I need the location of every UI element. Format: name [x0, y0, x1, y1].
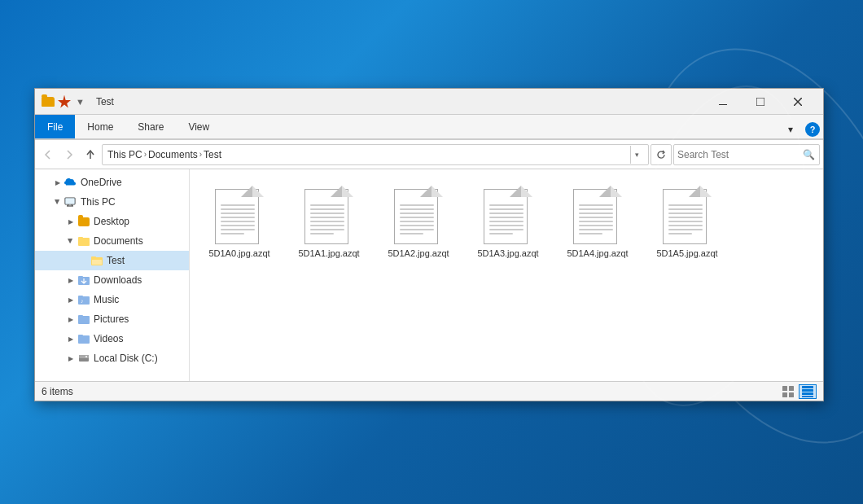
view-list-button[interactable]	[799, 384, 817, 399]
sidebar-item-videos[interactable]: ▶ Videos	[35, 329, 189, 348]
title-bar: ▼ Test	[35, 89, 823, 115]
file-item-2[interactable]: 5D1A2.jpg.azqt	[382, 182, 455, 262]
sidebar-label-desktop: Desktop	[94, 216, 129, 227]
window-title: Test	[96, 96, 704, 107]
sidebar-label-documents: Documents	[94, 235, 143, 247]
sidebar-item-test[interactable]: ▶ Test	[35, 251, 189, 270]
back-button[interactable]	[38, 145, 58, 164]
status-bar: 6 items	[35, 381, 823, 401]
view-grid-button[interactable]	[779, 384, 797, 399]
file-name-4: 5D1A4.jpg.azqt	[567, 248, 628, 259]
close-button[interactable]	[779, 89, 817, 115]
quick-access-pin-icon	[58, 95, 71, 108]
expand-arrow-onedrive: ▶	[51, 176, 64, 189]
view-list-icon	[802, 386, 813, 397]
svg-rect-1	[756, 98, 764, 106]
maximize-icon	[756, 98, 764, 106]
file-name-0: 5D1A0.jpg.azqt	[208, 248, 269, 259]
file-name-2: 5D1A2.jpg.azqt	[388, 248, 449, 259]
svg-rect-34	[802, 396, 813, 397]
sidebar-item-desktop[interactable]: ▶ Desktop	[35, 212, 189, 231]
search-bar: 🔍	[673, 144, 820, 165]
file-item-0[interactable]: 5D1A0.jpg.azqt	[203, 182, 276, 262]
tab-home[interactable]: Home	[75, 115, 125, 138]
svg-rect-33	[802, 392, 813, 395]
search-input[interactable]	[677, 149, 801, 160]
sidebar-item-documents[interactable]: ▶ Documents	[35, 231, 189, 251]
sidebar-item-local-disk[interactable]: ▶ Local Disk (C:)	[35, 348, 189, 368]
expand-arrow-this-pc: ▶	[51, 195, 64, 208]
file-item-4[interactable]: 5D1A4.jpg.azqt	[561, 182, 634, 262]
sidebar-label-downloads: Downloads	[94, 274, 142, 286]
music-icon: ♪	[77, 293, 90, 306]
tab-share[interactable]: Share	[125, 115, 176, 138]
file-icon-2	[394, 186, 443, 244]
minimize-button[interactable]	[704, 89, 742, 115]
ribbon-expand-button[interactable]: ▾	[776, 120, 805, 138]
main-content: ▶ OneDrive ▶ This PC ▶ Desktop	[35, 169, 823, 381]
file-icon-5	[663, 186, 712, 244]
ribbon: File Home Share View ▾ ?	[35, 115, 823, 140]
breadcrumb-sep-2: ›	[199, 150, 202, 159]
expand-arrow-local-disk: ▶	[64, 352, 77, 365]
svg-text:♪: ♪	[81, 298, 84, 304]
sidebar-item-pictures[interactable]: ▶ Pictures	[35, 309, 189, 329]
address-dropdown-button[interactable]: ▾	[630, 146, 643, 164]
sidebar-label-music: Music	[94, 294, 119, 305]
forward-button[interactable]	[59, 145, 79, 164]
maximize-button[interactable]	[742, 89, 779, 115]
file-item-3[interactable]: 5D1A3.jpg.azqt	[471, 182, 545, 262]
svg-rect-0	[719, 104, 727, 105]
tab-view[interactable]: View	[176, 115, 221, 138]
refresh-button[interactable]	[651, 144, 672, 165]
expand-arrow-downloads: ▶	[64, 274, 77, 287]
breadcrumb-test[interactable]: Test	[204, 149, 221, 160]
title-bar-controls	[704, 89, 817, 115]
file-icon-0	[215, 186, 264, 244]
file-item-5[interactable]: 5D1A5.jpg.azqt	[651, 182, 724, 262]
svg-rect-28	[789, 386, 794, 391]
expand-arrow-pictures: ▶	[64, 313, 77, 326]
sidebar-label-test: Test	[107, 255, 125, 266]
close-icon	[794, 98, 802, 106]
file-item-1[interactable]: 5D1A1.jpg.azqt	[292, 182, 366, 262]
svg-rect-25	[79, 355, 89, 358]
file-icon-4	[573, 186, 622, 244]
svg-rect-13	[91, 256, 96, 259]
svg-point-26	[85, 356, 87, 357]
svg-rect-30	[789, 392, 794, 397]
sidebar-label-videos: Videos	[94, 333, 123, 344]
file-pane: 5D1A0.jpg.azqt	[190, 169, 823, 381]
file-icon-1	[304, 186, 353, 244]
sidebar-item-downloads[interactable]: ▶ Downloads	[35, 270, 189, 290]
downloads-icon	[77, 274, 90, 287]
svg-rect-6	[65, 198, 75, 204]
sidebar-item-onedrive[interactable]: ▶ OneDrive	[35, 173, 189, 192]
this-pc-icon	[64, 195, 77, 208]
documents-icon	[77, 234, 90, 248]
breadcrumb-documents[interactable]: Documents	[148, 149, 198, 160]
search-button[interactable]: 🔍	[801, 147, 816, 162]
sidebar-item-music[interactable]: ▶ ♪ Music	[35, 290, 189, 309]
up-button[interactable]	[81, 145, 100, 164]
view-buttons	[779, 384, 817, 399]
tab-file[interactable]: File	[35, 115, 75, 138]
address-bar[interactable]: This PC › Documents › Test ▾	[102, 144, 649, 165]
file-icon-3	[484, 186, 532, 244]
ribbon-right: ▾ ?	[776, 120, 823, 138]
window-folder-icon	[42, 97, 55, 107]
expand-arrow-videos: ▶	[64, 332, 77, 345]
sidebar-item-this-pc[interactable]: ▶ This PC	[35, 192, 189, 212]
sidebar-label-this-pc: This PC	[81, 196, 116, 208]
breadcrumb-sep-1: ›	[144, 150, 147, 159]
back-icon	[45, 150, 51, 160]
svg-rect-29	[782, 392, 787, 397]
help-button[interactable]: ?	[805, 122, 820, 137]
svg-rect-21	[78, 315, 83, 318]
breadcrumb-pc[interactable]: This PC	[107, 149, 142, 160]
svg-rect-11	[78, 237, 83, 239]
expand-arrow-desktop: ▶	[64, 215, 77, 228]
explorer-window: ▼ Test File Home Share View	[34, 88, 824, 401]
status-item-count: 6 items	[42, 386, 779, 397]
videos-icon	[77, 332, 90, 345]
